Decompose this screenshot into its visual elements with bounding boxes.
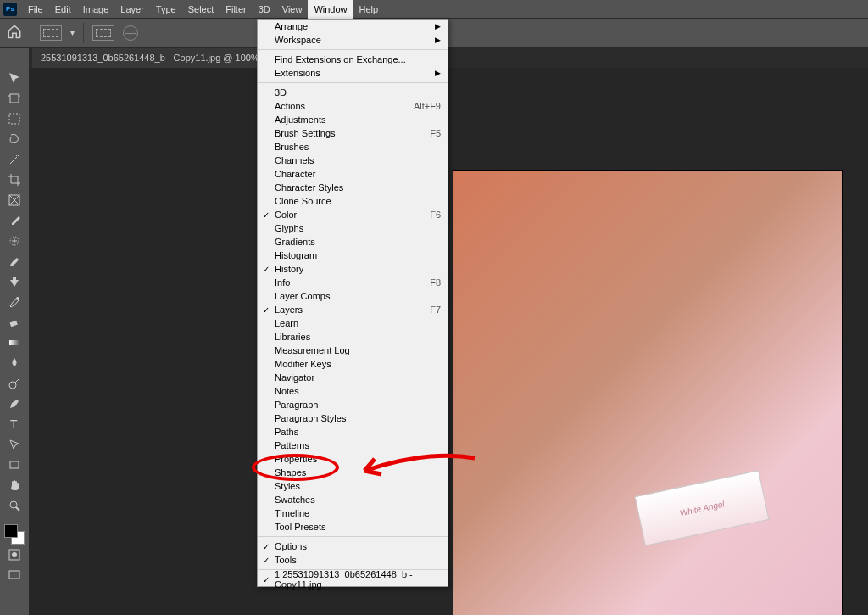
menuitem-histogram[interactable]: Histogram <box>258 249 448 262</box>
menuitem-label: Navigator <box>275 372 314 383</box>
menuitem-brushes[interactable]: Brushes <box>258 140 448 154</box>
menuitem-channels[interactable]: Channels <box>258 154 448 167</box>
menu-select[interactable]: Select <box>182 0 220 19</box>
crop-tool[interactable] <box>3 170 26 190</box>
frame-tool[interactable] <box>3 190 26 210</box>
menuitem-learn[interactable]: Learn <box>258 316 448 330</box>
menuitem-paragraph-styles[interactable]: Paragraph Styles <box>258 411 448 425</box>
menuitem-swatches[interactable]: Swatches <box>258 493 448 506</box>
brush-tool[interactable] <box>3 251 26 271</box>
chevron-down-icon[interactable]: ▾ <box>70 28 75 37</box>
menuitem-label: Arrange <box>275 21 308 31</box>
menuitem-label: Find Extensions on Exchange... <box>275 54 406 64</box>
menuitem-shapes[interactable]: Shapes <box>258 466 448 479</box>
blur-tool[interactable] <box>3 353 26 373</box>
gradient-tool[interactable] <box>3 333 26 353</box>
svg-point-18 <box>12 552 17 557</box>
menuitem-info[interactable]: InfoF8 <box>258 276 448 289</box>
menu-image[interactable]: Image <box>77 0 115 19</box>
menuitem-clone-source[interactable]: Clone Source <box>258 194 448 208</box>
svg-rect-0 <box>10 94 19 103</box>
eyedropper-tool[interactable] <box>3 210 26 231</box>
shortcut-label: F8 <box>430 277 441 288</box>
shortcut-label: F5 <box>430 128 441 138</box>
option-icon-b[interactable] <box>123 25 138 41</box>
menuitem-arrange[interactable]: Arrange▶ <box>258 20 448 33</box>
marquee-tool[interactable] <box>3 109 26 129</box>
menuitem-notes[interactable]: Notes <box>258 384 448 398</box>
menuitem-styles[interactable]: Styles <box>258 479 448 493</box>
svg-point-8 <box>16 297 19 300</box>
path-select-tool[interactable] <box>3 434 26 455</box>
menuitem-paths[interactable]: Paths <box>258 425 448 439</box>
menuitem-label: Brush Settings <box>275 128 336 138</box>
menuitem-options[interactable]: Options <box>258 540 448 553</box>
menuitem-navigator[interactable]: Navigator <box>258 371 448 384</box>
screenmode-icon[interactable] <box>3 565 26 585</box>
menuitem-timeline[interactable]: Timeline <box>258 506 448 520</box>
menuitem-layer-comps[interactable]: Layer Comps <box>258 289 448 303</box>
menuitem-paragraph[interactable]: Paragraph <box>258 398 448 411</box>
menuitem-label: Learn <box>275 318 298 328</box>
menuitem-patterns[interactable]: Patterns <box>258 439 448 452</box>
menuitem-adjustments[interactable]: Adjustments <box>258 113 448 126</box>
magic-wand-tool[interactable] <box>3 149 26 170</box>
menuitem-modifier-keys[interactable]: Modifier Keys <box>258 357 448 371</box>
eraser-tool[interactable] <box>3 312 26 333</box>
product-box: White Angel <box>634 470 769 546</box>
lasso-tool[interactable] <box>3 129 26 149</box>
pen-tool[interactable] <box>3 394 26 414</box>
menuitem-extensions[interactable]: Extensions▶ <box>258 66 448 80</box>
menu-layer[interactable]: Layer <box>114 0 150 19</box>
menuitem-character-styles[interactable]: Character Styles <box>258 181 448 194</box>
rectangle-tool[interactable] <box>3 455 26 475</box>
ps-logo: Ps <box>3 3 17 16</box>
menuitem-brush-settings[interactable]: Brush SettingsF5 <box>258 126 448 140</box>
menuitem-character[interactable]: Character <box>258 167 448 181</box>
menuitem-3d[interactable]: 3D <box>258 86 448 99</box>
dodge-tool[interactable] <box>3 373 26 394</box>
menu-edit[interactable]: Edit <box>49 0 77 19</box>
menuitem-properties[interactable]: Properties <box>258 452 448 466</box>
artboard-tool[interactable] <box>3 88 26 109</box>
menuitem-tool-presets[interactable]: Tool Presets <box>258 520 448 534</box>
hand-tool[interactable] <box>3 475 26 495</box>
menuitem-1-25531091313-0b65261448-b-copy11-jpg[interactable]: 1 25531091313_0b65261448_b - Copy11.jpg <box>258 573 448 586</box>
menuitem-libraries[interactable]: Libraries <box>258 330 448 344</box>
menu-type[interactable]: Type <box>150 0 182 19</box>
menu-file[interactable]: File <box>22 0 49 19</box>
menuitem-layers[interactable]: LayersF7 <box>258 303 448 316</box>
foreground-swatch[interactable] <box>4 524 18 538</box>
menu-3d[interactable]: 3D <box>253 0 276 19</box>
move-tool[interactable] <box>3 68 26 88</box>
menuitem-tools[interactable]: Tools <box>258 553 448 567</box>
quickmask-icon[interactable] <box>3 545 26 565</box>
menuitem-history[interactable]: History <box>258 262 448 276</box>
canvas[interactable]: White Angel <box>29 68 868 615</box>
type-tool[interactable]: T <box>3 414 26 434</box>
menuitem-find-extensions-on-exchange-[interactable]: Find Extensions on Exchange... <box>258 53 448 66</box>
menuitem-actions[interactable]: ActionsAlt+F9 <box>258 99 448 113</box>
menuitem-glyphs[interactable]: Glyphs <box>258 221 448 235</box>
svg-rect-19 <box>9 571 19 579</box>
home-icon[interactable] <box>7 24 22 42</box>
menuitem-workspace[interactable]: Workspace▶ <box>258 33 448 47</box>
menuitem-label: Adjustments <box>275 115 326 125</box>
menu-filter[interactable]: Filter <box>220 0 252 19</box>
menuitem-label: 3D <box>275 87 287 98</box>
option-icon-a[interactable] <box>92 25 114 41</box>
submenu-arrow-icon: ▶ <box>435 69 441 77</box>
healing-tool[interactable] <box>3 231 26 251</box>
menu-view[interactable]: View <box>276 0 309 19</box>
clone-tool[interactable] <box>3 271 26 292</box>
menuitem-measurement-log[interactable]: Measurement Log <box>258 344 448 357</box>
zoom-tool[interactable] <box>3 495 26 516</box>
menu-help[interactable]: Help <box>353 0 385 19</box>
frame-tool-preview[interactable] <box>40 25 62 41</box>
menu-window[interactable]: Window <box>308 0 353 19</box>
history-brush-tool[interactable] <box>3 292 26 312</box>
menuitem-color[interactable]: ColorF6 <box>258 208 448 221</box>
menuitem-gradients[interactable]: Gradients <box>258 235 448 249</box>
color-swatches[interactable] <box>4 524 25 545</box>
menuitem-label: Layer Comps <box>275 291 330 301</box>
